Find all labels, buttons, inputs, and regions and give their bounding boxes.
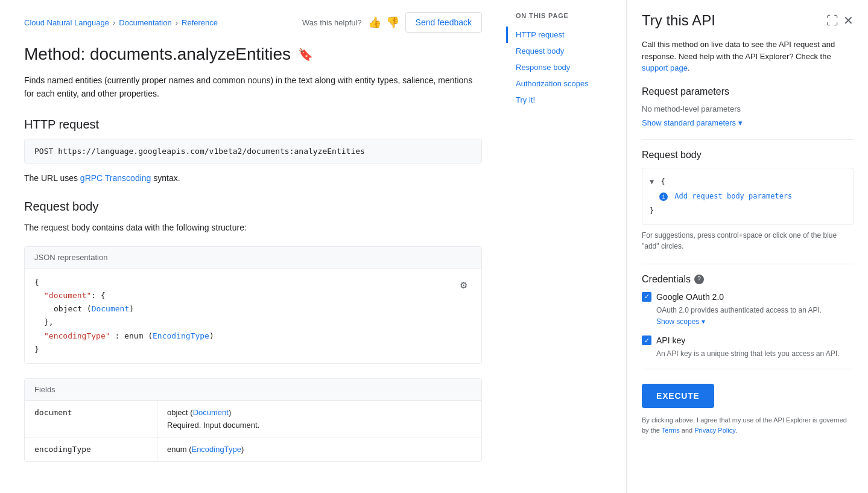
execute-button[interactable]: EXECUTE — [642, 384, 714, 408]
oauth-name: Google OAuth 2.0 — [656, 292, 724, 302]
terms-link[interactable]: Terms — [662, 427, 680, 434]
field-name-document: document — [25, 401, 157, 437]
table-row: encodingType enum (EncodingType) — [25, 437, 481, 461]
thumbs-down-icon[interactable]: 👎 — [386, 16, 399, 29]
fullscreen-icon[interactable]: ⛶ — [826, 14, 838, 28]
document-link[interactable]: Document — [193, 408, 229, 417]
fields-table: Fields document object (Document) Requir… — [24, 378, 482, 462]
show-standard-params-link[interactable]: Show standard parameters ▾ — [642, 118, 854, 127]
oauth-checkbox[interactable]: ✓ — [642, 292, 651, 302]
settings-icon[interactable]: ⚙ — [460, 276, 467, 294]
privacy-link[interactable]: Privacy Policy — [694, 427, 735, 434]
terms-text: By clicking above, I agree that my use o… — [642, 415, 854, 435]
helpful-label: Was this helpful? — [302, 18, 362, 27]
json-box-header: JSON representation — [25, 247, 481, 269]
request-body-code: ▼ { i Add request body parameters } — [642, 168, 854, 225]
request-body-label: Request body — [642, 150, 854, 161]
page-header: Method: documents.analyzeEntities 🔖 — [0, 39, 506, 74]
credentials-label: Credentials ? — [642, 274, 854, 285]
document-type-link[interactable]: Document — [92, 304, 130, 313]
json-representation-box: JSON representation ⚙ { "document": { ob… — [24, 246, 482, 364]
sidebar-item-request-body[interactable]: Request body — [506, 43, 626, 59]
on-this-page-panel: On this page HTTP request Request body R… — [506, 0, 627, 493]
helpful-section: Was this helpful? 👍 👎 Send feedback — [302, 12, 482, 33]
support-page-link[interactable]: support page — [642, 63, 688, 72]
breadcrumb-cloud[interactable]: Cloud Natural Language — [24, 18, 109, 27]
field-name-encodingtype: encodingType — [25, 437, 157, 461]
chevron-down-icon-scopes: ▾ — [702, 317, 705, 326]
on-this-page-title: On this page — [506, 12, 626, 27]
url-syntax: The URL uses gRPC Transcoding syntax. — [0, 173, 506, 195]
add-request-body-params-link[interactable]: Add request body parameters — [674, 192, 792, 200]
add-params-icon[interactable]: i — [659, 192, 668, 201]
apikey-checkbox[interactable]: ✓ — [642, 336, 651, 345]
breadcrumb-documentation[interactable]: Documentation — [119, 18, 171, 27]
bookmark-icon[interactable]: 🔖 — [298, 47, 313, 62]
try-api-title: Try this API — [642, 12, 715, 29]
encoding-type-link[interactable]: EncodingType — [153, 331, 209, 340]
sidebar-item-http-request[interactable]: HTTP request — [506, 27, 626, 43]
page-description: Finds named entities (currently proper n… — [0, 74, 506, 113]
http-method: POST — [34, 147, 53, 156]
collapse-icon[interactable]: ▼ — [650, 176, 654, 188]
chevron-down-icon: ▾ — [738, 118, 743, 127]
encodingtype-link[interactable]: EncodingType — [191, 445, 241, 454]
fields-header: Fields — [25, 379, 481, 400]
sidebar-item-try[interactable]: Try it! — [506, 92, 626, 108]
credential-oauth: ✓ Google OAuth 2.0 OAuth 2.0 provides au… — [642, 292, 854, 326]
try-api-header: Try this API ⛶ ✕ — [642, 12, 854, 29]
http-code-block: POST https://language.googleapis.com/v1b… — [24, 139, 482, 164]
field-desc-encodingtype: enum (EncodingType) — [157, 437, 481, 461]
divider — [642, 139, 854, 140]
sidebar-item-auth-scopes[interactable]: Authorization scopes — [506, 75, 626, 92]
page-title: Method: documents.analyzeEntities — [24, 45, 291, 64]
divider-3 — [642, 369, 854, 369]
request-params-label: Request parameters — [642, 86, 854, 97]
json-body: ⚙ { "document": { object (Document) }, "… — [25, 269, 481, 363]
try-api-description: Call this method on live data to see the… — [642, 39, 854, 74]
request-body-desc: The request body contains data with the … — [0, 221, 506, 246]
thumbs-up-icon[interactable]: 👍 — [368, 16, 381, 29]
apikey-name: API key — [656, 336, 685, 345]
try-api-icons: ⛶ ✕ — [826, 13, 854, 28]
try-api-panel: Try this API ⛶ ✕ Call this method on liv… — [627, 0, 868, 493]
show-scopes-link[interactable]: Show scopes ▾ — [656, 317, 854, 326]
oauth-desc: OAuth 2.0 provides authenticated access … — [656, 305, 854, 316]
sidebar-item-response-body[interactable]: Response body — [506, 59, 626, 75]
request-body-section-title: Request body — [0, 195, 506, 221]
close-icon[interactable]: ✕ — [843, 13, 854, 28]
send-feedback-button[interactable]: Send feedback — [405, 12, 482, 33]
apikey-desc: An API key is a unique string that lets … — [656, 349, 854, 359]
grpc-transcoding-link[interactable]: gRPC Transcoding — [80, 173, 151, 183]
credentials-help-icon[interactable]: ? — [694, 275, 704, 284]
suggestions-text: For suggestions, press control+space or … — [642, 230, 854, 252]
divider-2 — [642, 264, 854, 264]
breadcrumb: Cloud Natural Language › Documentation ›… — [24, 18, 218, 27]
breadcrumb-reference[interactable]: Reference — [182, 18, 218, 27]
field-desc-document: object (Document) Required. Input docume… — [157, 401, 481, 437]
table-row: document object (Document) Required. Inp… — [25, 400, 481, 437]
http-section-title: HTTP request — [0, 113, 506, 139]
credential-apikey: ✓ API key An API key is a unique string … — [642, 336, 854, 359]
no-params-text: No method-level parameters — [642, 104, 854, 113]
http-url-value: https://language.googleapis.com/v1beta2/… — [58, 147, 365, 156]
